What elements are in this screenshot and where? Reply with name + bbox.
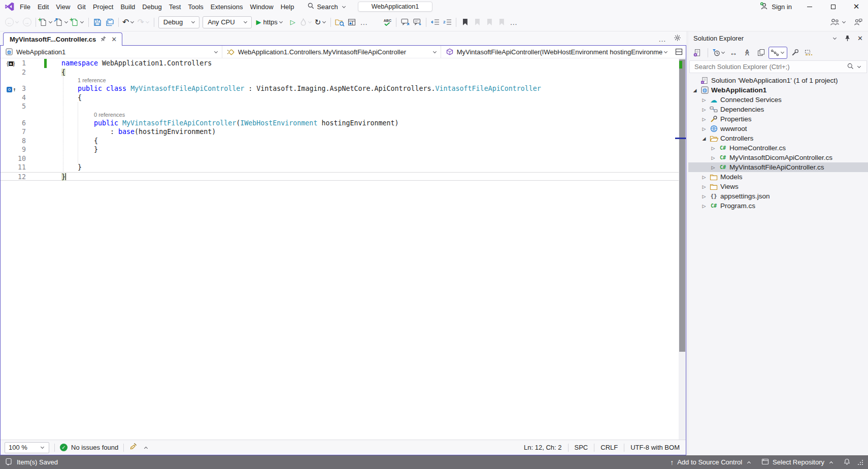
debug-target-combo[interactable]: Debug — [158, 16, 199, 28]
open-file-icon[interactable]: ↗ — [54, 16, 70, 29]
split-window-icon[interactable] — [672, 48, 686, 55]
caret-position[interactable]: Ln: 12, Ch: 2 — [518, 444, 567, 451]
find-in-files-icon[interactable] — [333, 16, 346, 29]
send-feedback-icon[interactable] — [852, 16, 864, 29]
menu-edit[interactable]: Edit — [34, 2, 52, 12]
member-dropdown[interactable]: MyVintasoftFileApiController(IWebHostEnv… — [441, 46, 672, 58]
home-view-icon[interactable] — [691, 47, 704, 59]
live-share-icon[interactable] — [828, 16, 841, 29]
tree-item-dependencies[interactable]: ▷Dependencies — [688, 105, 868, 114]
menu-debug[interactable]: Debug — [139, 2, 165, 12]
menu-test[interactable]: Test — [165, 2, 185, 12]
expander-icon[interactable]: ▷ — [699, 117, 709, 122]
sync-with-active-document-icon[interactable]: ↔ — [727, 47, 740, 59]
file-nesting-icon[interactable] — [769, 47, 787, 59]
chevron-up-icon[interactable] — [144, 446, 148, 450]
show-all-files-icon[interactable] — [755, 47, 767, 59]
chevron-up-icon[interactable] — [829, 461, 833, 464]
close-panel-icon[interactable]: ✕ — [857, 35, 863, 42]
properties-wrench-icon[interactable] — [789, 47, 801, 59]
code-line-9[interactable]: 9 } — [1, 145, 686, 154]
maximize-button[interactable] — [821, 0, 845, 13]
tree-item-program-cs[interactable]: ▷C#Program.cs — [688, 201, 868, 211]
scrollbar-thumb[interactable] — [679, 59, 685, 352]
editor-scrollbar[interactable] — [679, 58, 686, 440]
expander-icon[interactable]: ▷ — [699, 107, 709, 112]
code-cleanup-broom-icon[interactable] — [129, 443, 138, 452]
menu-file[interactable]: File — [16, 2, 34, 12]
expander-icon[interactable]: ▷ — [709, 165, 718, 170]
overflow-icon[interactable]: … — [508, 16, 520, 29]
expander-icon[interactable]: ◢ — [699, 136, 709, 141]
collapse-all-icon[interactable]: ≫ — [741, 47, 753, 59]
solution-explorer-search[interactable]: Search Solution Explorer (Ctrl+;) — [689, 60, 867, 73]
expander-icon[interactable]: ▷ — [709, 146, 718, 151]
restart-icon[interactable]: ↻ — [314, 16, 328, 29]
expander-icon[interactable]: ▷ — [699, 175, 709, 180]
window-layout-icon[interactable] — [346, 16, 358, 29]
toggle-bookmark-icon[interactable] — [459, 16, 471, 29]
comment-in-icon[interactable] — [411, 16, 423, 29]
expander-icon[interactable]: ▷ — [709, 155, 718, 160]
pending-changes-filter-icon[interactable] — [712, 47, 726, 59]
namespace-margin-icon[interactable]: {a} — [7, 59, 15, 69]
code-line-4[interactable]: 4 { — [1, 93, 686, 103]
window-position-chevron-icon[interactable] — [833, 36, 837, 39]
menu-project[interactable]: Project — [89, 2, 117, 12]
search-box[interactable]: Search — [305, 2, 349, 12]
code-line-8[interactable]: 8 { — [1, 137, 686, 146]
start-debugging-button[interactable]: ▶https — [254, 16, 286, 28]
tree-item-controllers[interactable]: ◢Controllers — [688, 133, 868, 143]
menu-tools[interactable]: Tools — [184, 2, 207, 12]
minimize-button[interactable] — [798, 0, 821, 13]
tree-item-wwwroot[interactable]: ▷wwwroot — [688, 124, 868, 133]
tree-item-models[interactable]: ▷Models — [688, 172, 868, 182]
tree-item-homecontroller-cs[interactable]: ▷C#HomeController.cs — [688, 143, 868, 153]
codelens-indicator[interactable]: 0 references — [1, 111, 686, 119]
indentation-mode[interactable]: SPC — [569, 444, 594, 451]
preview-selected-items-icon[interactable] — [803, 47, 815, 59]
document-overflow-icon[interactable]: … — [658, 35, 666, 43]
menu-extensions[interactable]: Extensions — [207, 2, 247, 12]
undo-icon[interactable]: ↶ — [121, 16, 136, 29]
new-project-icon[interactable]: + — [39, 16, 54, 29]
close-button[interactable]: ✕ — [845, 0, 868, 13]
tree-item-myvintasoftdicomapicontroller-cs[interactable]: ▷C#MyVintasoftDicomApiController.cs — [688, 153, 868, 162]
code-line-1[interactable]: 1{a}namespace WebApplication1.Controller… — [1, 59, 686, 68]
add-new-item-icon[interactable]: + — [70, 16, 86, 29]
code-line-3[interactable]: 3↑ public class MyVintasoftFileApiContro… — [1, 84, 686, 93]
add-to-source-control-button[interactable]: Add to Source Control — [677, 458, 742, 466]
indent-decrease-icon[interactable] — [429, 16, 441, 29]
project-dropdown[interactable]: WebApplication1 — [1, 46, 222, 58]
menu-git[interactable]: Git — [74, 2, 89, 12]
expander-icon[interactable]: ▷ — [699, 184, 709, 189]
expander-icon[interactable]: ▷ — [699, 126, 709, 131]
tab-myvintasoftfileapicontroller[interactable]: MyVintasoftF...Controller.cs ✕ — [3, 32, 122, 46]
pin-tab-icon[interactable] — [100, 35, 106, 44]
expander-icon[interactable]: ▷ — [699, 204, 709, 209]
pin-panel-icon[interactable] — [845, 35, 850, 42]
code-line-2[interactable]: 2{ — [1, 68, 686, 77]
tree-item-properties[interactable]: ▷Properties — [688, 114, 868, 124]
overflow-icon[interactable]: … — [358, 16, 370, 29]
menu-view[interactable]: View — [52, 2, 74, 12]
chevron-up-icon[interactable] — [747, 461, 751, 464]
notifications-bell-icon[interactable] — [844, 458, 850, 466]
sign-in-button[interactable]: Sign in — [754, 2, 798, 11]
platform-combo[interactable]: Any CPU — [203, 16, 251, 28]
expander-icon[interactable]: ▷ — [699, 194, 709, 199]
type-dropdown[interactable]: WebApplication1.Controllers.MyVintasoftF… — [222, 46, 441, 58]
tree-item-webapplication1[interactable]: ◢WebApplication1 — [688, 85, 868, 95]
resize-grip[interactable] — [858, 460, 863, 465]
comment-out-icon[interactable] — [399, 16, 411, 29]
tree-item-connected-services[interactable]: ▷☁Connected Services — [688, 95, 868, 105]
code-line-5[interactable]: 5 — [1, 102, 686, 111]
select-repository-button[interactable]: Select Repository — [773, 458, 824, 466]
menu-build[interactable]: Build — [117, 2, 139, 12]
zoom-selector[interactable]: 100 % — [5, 442, 49, 453]
save-all-icon[interactable] — [104, 16, 116, 29]
close-tab-icon[interactable]: ✕ — [110, 36, 118, 43]
health-check-label[interactable]: No issues found — [71, 444, 118, 451]
tree-item-myvintasoftfileapicontroller-cs[interactable]: ▷C#MyVintasoftFileApiController.cs — [688, 162, 868, 172]
codelens-indicator[interactable]: 1 reference — [1, 77, 686, 84]
